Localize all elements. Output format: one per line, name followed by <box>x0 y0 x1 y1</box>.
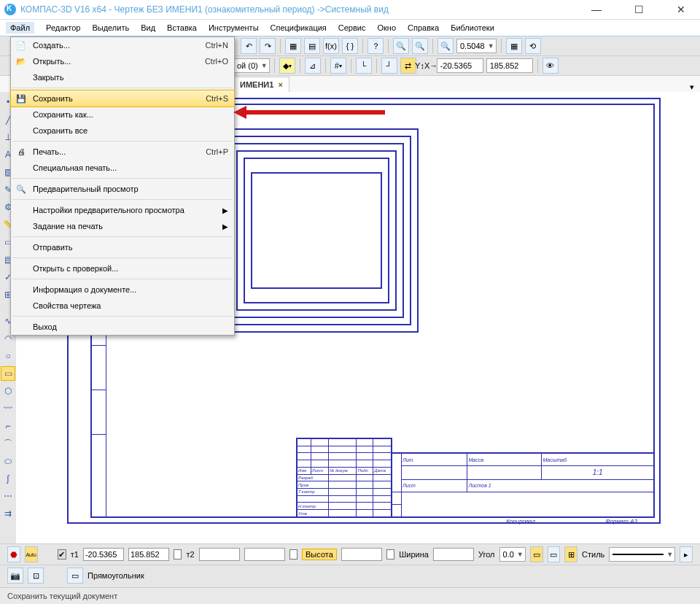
menu-libs[interactable]: Библиотеки <box>451 23 494 32</box>
axis2-icon[interactable]: ▭ <box>548 546 561 562</box>
menu-item[interactable]: 💾СохранитьCtrl+S <box>10 90 235 107</box>
tool-polygon-icon[interactable]: ⬡ <box>1 384 15 398</box>
t2-x-input[interactable] <box>199 548 240 561</box>
axis1-icon[interactable]: ▭ <box>530 546 543 562</box>
tool-chamfer-icon[interactable]: ⌐ <box>1 419 15 433</box>
menu-item-label: Специальная печать... <box>33 163 117 172</box>
ortho-icon[interactable]: └ <box>356 58 372 74</box>
menu-item[interactable]: 🔍Предварительный просмотр <box>11 181 234 197</box>
t2-y-input[interactable] <box>244 548 285 561</box>
layers-icon[interactable]: ▦ <box>506 38 522 54</box>
menu-view[interactable]: Вид <box>141 23 155 32</box>
expand-icon[interactable]: ▸ <box>680 546 693 562</box>
tool-offset-icon[interactable]: ⇉ <box>1 506 15 521</box>
menu-window[interactable]: Окно <box>377 23 396 32</box>
menu-item[interactable]: 🖨Печать...Ctrl+P <box>11 144 234 160</box>
menu-item[interactable]: Информация о документе... <box>11 282 234 298</box>
svg-marker-0 <box>233 106 385 119</box>
tool-spline-icon[interactable]: 〰 <box>1 401 15 416</box>
t1-y-input[interactable] <box>128 548 169 561</box>
maximize-button[interactable]: ☐ <box>624 4 653 15</box>
eye-icon[interactable]: 👁 <box>542 58 559 74</box>
menu-editor[interactable]: Редактор <box>46 23 80 32</box>
menu-help[interactable]: Справка <box>408 23 439 32</box>
menu-item-label: Задание на печать <box>33 222 103 231</box>
tool-rectangle-icon[interactable]: ▭ <box>1 366 15 381</box>
tab-close-icon[interactable]: × <box>278 80 282 89</box>
tool-aux-icon[interactable]: ⋯ <box>1 489 15 503</box>
menu-item[interactable]: Закрыть <box>11 69 234 85</box>
submenu-arrow-icon: ▶ <box>222 206 228 214</box>
menu-item[interactable]: Открыть с проверкой... <box>11 260 234 276</box>
rect-mode-icon[interactable]: ▭ <box>67 568 83 584</box>
undo-icon[interactable]: ↶ <box>241 38 257 54</box>
t2-check[interactable] <box>174 549 182 560</box>
menu-item[interactable]: Задание на печать▶ <box>11 218 234 234</box>
camera-icon[interactable]: 📷 <box>7 568 23 584</box>
coord-mode-icon[interactable]: ⇄ <box>400 58 416 74</box>
tab-label: ИМЕНИ1 <box>240 80 273 89</box>
var-icon[interactable]: { } <box>342 38 358 54</box>
menu-item[interactable]: 📄Создать...Ctrl+N <box>11 37 234 53</box>
minimize-button[interactable]: — <box>582 4 611 15</box>
zoom-in-icon[interactable]: 🔍 <box>393 38 409 54</box>
coord-y[interactable]: 185.852 <box>486 58 533 73</box>
close-button[interactable]: ✕ <box>666 4 696 15</box>
doc-tab[interactable]: ИМЕНИ1 × <box>233 77 289 92</box>
angle-combo[interactable]: 0.0▼ <box>499 547 526 562</box>
layer-combo[interactable]: ой (0)▼ <box>233 58 270 73</box>
tool-ellipse-icon[interactable]: ⬭ <box>1 454 15 468</box>
sheet-icon[interactable]: ▤ <box>304 38 320 54</box>
app-logo-icon <box>4 4 16 15</box>
help-icon[interactable]: ？ <box>368 38 384 54</box>
menu-item[interactable]: Сохранить все <box>11 123 234 139</box>
menu-spec[interactable]: Спецификация <box>271 23 327 32</box>
menu-item-icon: 📂 <box>15 55 28 68</box>
menu-service[interactable]: Сервис <box>338 23 366 32</box>
t1-check[interactable]: ✔ <box>58 549 66 560</box>
coord-x[interactable]: -20.5365 <box>437 58 483 73</box>
menu-item[interactable]: Настройки предварительного просмотра▶ <box>11 202 234 218</box>
menu-item[interactable]: Сохранить как... <box>11 107 234 123</box>
zoom-fit-icon[interactable]: 🔍 <box>438 38 454 54</box>
tool-fillet-icon[interactable]: ⌒ <box>1 436 15 451</box>
axis3-icon[interactable]: ⊞ <box>564 546 578 562</box>
menu-item-label: Предварительный просмотр <box>33 185 139 193</box>
menu-item[interactable]: Выход <box>11 319 234 335</box>
fx-icon[interactable]: f(x) <box>323 38 339 54</box>
zoom-combo[interactable]: 0.5048▼ <box>456 39 497 53</box>
menu-item[interactable]: Отправить <box>11 239 234 255</box>
dim-icon[interactable]: ⊿ <box>305 58 321 74</box>
menu-item-label: Открыть... <box>33 57 71 66</box>
redo-icon[interactable]: ↷ <box>260 38 276 54</box>
width-input[interactable] <box>433 548 474 561</box>
grid-icon[interactable]: ▦ <box>285 38 301 54</box>
menu-tools[interactable]: Инструменты <box>209 23 259 32</box>
menu-item-shortcut: Ctrl+P <box>206 147 228 156</box>
snap-icon[interactable]: ┘ <box>381 58 397 74</box>
refresh-icon[interactable]: ⟲ <box>525 38 541 54</box>
menu-select[interactable]: Выделить <box>92 23 129 32</box>
menu-item-label: Отправить <box>33 243 73 252</box>
grid2-icon[interactable]: #▾ <box>330 58 346 74</box>
menubar: Файл Редактор Выделить Вид Вставка Инстр… <box>0 20 700 36</box>
props-icon[interactable]: ⊡ <box>28 568 44 584</box>
auto-icon[interactable]: Auto <box>25 546 38 562</box>
tool-bezier-icon[interactable]: ∫ <box>1 471 15 486</box>
t1-x-input[interactable] <box>83 548 124 561</box>
style-combo[interactable]: ▼ <box>609 547 675 562</box>
stop-icon[interactable]: ⬣ <box>7 546 20 562</box>
menu-item[interactable]: Свойства чертежа <box>11 298 234 314</box>
revision-table: ИзмЛист№ докум.ПодпДата Разраб Пров Т.ко… <box>296 438 392 518</box>
menu-file[interactable]: Файл <box>6 22 34 34</box>
menu-item[interactable]: 📂Открыть...Ctrl+O <box>11 53 234 69</box>
zoom-out-icon[interactable]: 🔍 <box>412 38 428 54</box>
tab-menu-icon[interactable]: ▾ <box>690 82 694 92</box>
height-input[interactable] <box>341 548 382 561</box>
width-check[interactable] <box>386 549 394 560</box>
color-picker-icon[interactable]: ◆▾ <box>279 58 295 74</box>
height-check[interactable] <box>289 549 298 560</box>
menu-insert[interactable]: Вставка <box>167 23 197 32</box>
menu-item[interactable]: Специальная печать... <box>11 160 234 176</box>
tool-circle-icon[interactable]: ○ <box>1 349 15 363</box>
